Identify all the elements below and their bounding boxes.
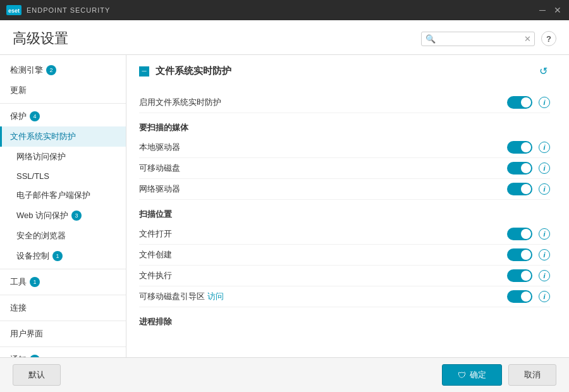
help-button[interactable]: ? [541,31,556,46]
sidebar-label-notify: 通知 [10,354,27,357]
header: 高级设置 🔍 ✕ ? [0,20,569,55]
footer-left: 默认 [13,364,61,386]
svg-text:eset: eset [8,8,20,14]
header-controls: 🔍 ✕ ? [421,31,556,46]
app-title: ENDPOINT SECURITY [27,6,537,14]
sidebar-label-email: 电子邮件客户端保护 [16,190,90,201]
ok-icon: 🛡 [458,371,466,380]
toggle-local[interactable] [507,141,532,154]
setting-controls-file-exec: i [507,269,550,282]
sidebar-item-ui[interactable]: 用户界面 [0,324,126,344]
sidebar-badge-device: 1 [52,251,63,261]
setting-controls-network-drive: i [507,183,550,195]
sidebar-item-tools[interactable]: 工具 1 [0,272,126,292]
sidebar-badge-web: 3 [71,211,82,221]
setting-controls-file-create: i [507,248,550,261]
toggle-enable[interactable] [507,96,532,109]
main-content: 检测引擎 2 更新 保护 4 文件系统实时防护 网络访问保护 SSL/TLS 电… [0,55,569,357]
ok-button[interactable]: 🛡 确定 [442,364,502,386]
search-box[interactable]: 🔍 ✕ [421,32,535,46]
sidebar-label-realtime: 文件系统实时防护 [10,131,76,142]
toggle-file-create[interactable] [507,248,532,261]
sidebar-item-browser[interactable]: 安全的浏览器 [0,226,126,246]
sidebar-item-web[interactable]: Web 访问保护 3 [0,205,126,226]
sidebar-label-ssl: SSL/TLS [16,171,49,181]
cancel-button[interactable]: 取消 [508,364,556,386]
info-icon-file-open[interactable]: i [539,228,550,240]
setting-label-enable: 启用文件系统实时防护 [139,97,507,108]
sidebar-item-update[interactable]: 更新 [0,80,126,101]
sidebar-label-protection: 保护 [10,111,27,122]
sidebar-item-detection[interactable]: 检测引擎 2 [0,60,126,80]
sidebar-divider-5 [0,346,126,347]
setting-label-network-drive: 网络驱动器 [139,183,507,195]
sidebar-label-update: 更新 [10,85,27,96]
sidebar-item-email[interactable]: 电子邮件客户端保护 [0,185,126,205]
default-button[interactable]: 默认 [13,364,61,386]
setting-controls-removable: i [507,162,550,175]
page-title: 高级设置 [13,29,68,48]
sub-section-title-process: 进程排除 [139,307,550,331]
sidebar-divider-1 [0,103,126,104]
clear-search-icon[interactable]: ✕ [524,34,531,44]
footer: 默认 🛡 确定 取消 [0,357,569,392]
ok-label: 确定 [470,369,486,381]
close-button[interactable]: ✕ [553,5,563,15]
setting-controls-removable-boot: i [507,290,550,303]
sidebar-label-detection: 检测引擎 [10,64,43,76]
setting-label-local: 本地驱动器 [139,142,507,153]
sidebar-badge-detection: 2 [46,65,56,75]
info-icon-removable[interactable]: i [539,162,550,174]
info-icon-network-drive[interactable]: i [539,183,550,195]
sidebar-item-notify[interactable]: 通知 2 [0,350,126,357]
setting-row-removable-boot: 可移动磁盘引导区 访问 i [139,286,550,307]
sidebar-item-device[interactable]: 设备控制 1 [0,246,126,266]
sidebar: 检测引擎 2 更新 保护 4 文件系统实时防护 网络访问保护 SSL/TLS 电… [0,55,126,357]
sidebar-item-realtime[interactable]: 文件系统实时防护 [0,126,126,147]
toggle-file-exec[interactable] [507,269,532,282]
sub-section-title-media: 要扫描的媒体 [139,113,550,137]
sidebar-label-network: 网络访问保护 [16,151,66,162]
sidebar-badge-protection: 4 [30,111,40,121]
window-controls: ─ ✕ [537,5,563,15]
search-icon: 🔍 [425,34,436,44]
setting-label-file-open: 文件打开 [139,228,507,240]
setting-row-removable: 可移动磁盘 i [139,158,550,179]
setting-row-network-drive: 网络驱动器 i [139,179,550,200]
setting-row-file-exec: 文件执行 i [139,266,550,286]
toggle-removable-boot[interactable] [507,290,532,303]
toggle-removable[interactable] [507,162,532,175]
sidebar-divider-2 [0,269,126,269]
setting-row-file-open: 文件打开 i [139,224,550,245]
title-bar: eset ENDPOINT SECURITY ─ ✕ [0,0,569,20]
sidebar-item-protection[interactable]: 保护 4 [0,106,126,126]
sidebar-label-web: Web 访问保护 [16,210,68,221]
minimize-button[interactable]: ─ [537,5,548,15]
section-title: 文件系统实时防护 [156,65,539,77]
reset-icon[interactable]: ↺ [539,65,548,77]
footer-right: 🛡 确定 取消 [442,364,556,386]
setting-label-file-create: 文件创建 [139,249,507,260]
sidebar-divider-4 [0,321,126,321]
sidebar-label-tools: 工具 [10,276,27,288]
setting-controls-file-open: i [507,228,550,240]
info-icon-file-create[interactable]: i [539,249,550,260]
info-icon-file-exec[interactable]: i [539,270,550,281]
search-input[interactable] [436,34,524,43]
sub-section-title-scan: 扫描位置 [139,200,550,224]
content-inner: ─ 文件系统实时防护 ↺ 启用文件系统实时防护 i 要扫描的媒体 本地驱动器 i [126,55,569,341]
content-area: ─ 文件系统实时防护 ↺ 启用文件系统实时防护 i 要扫描的媒体 本地驱动器 i [126,55,569,357]
info-icon-local[interactable]: i [539,142,550,153]
sidebar-item-connect[interactable]: 连接 [0,298,126,318]
info-icon-enable[interactable]: i [539,97,550,108]
toggle-network-drive[interactable] [507,183,532,195]
setting-row-enable: 启用文件系统实时防护 i [139,92,550,113]
setting-controls-local: i [507,141,550,154]
info-icon-removable-boot[interactable]: i [539,291,550,302]
sidebar-item-network[interactable]: 网络访问保护 [0,147,126,167]
boot-access-link[interactable]: 访问 [207,291,224,301]
toggle-file-open[interactable] [507,228,532,240]
sidebar-item-ssl[interactable]: SSL/TLS [0,167,126,185]
collapse-icon[interactable]: ─ [139,66,149,77]
sidebar-divider-3 [0,295,126,295]
